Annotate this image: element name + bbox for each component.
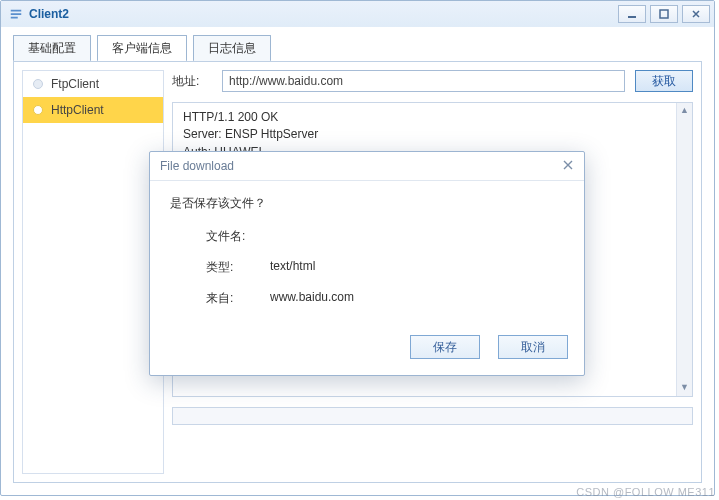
response-line: HTTP/1.1 200 OK	[183, 109, 682, 126]
address-row: 地址: 获取	[172, 70, 693, 92]
save-button[interactable]: 保存	[410, 335, 480, 359]
app-window: Client2 基础配置 客户端信息 日志信息 FtpClient HttpCl…	[0, 0, 715, 496]
tab-client-info[interactable]: 客户端信息	[97, 35, 187, 61]
dialog-filename-label: 文件名:	[170, 228, 270, 245]
dialog-title: File download	[160, 159, 234, 173]
client-list: FtpClient HttpClient	[22, 70, 164, 474]
tab-log-info[interactable]: 日志信息	[193, 35, 271, 61]
watermark: CSDN @FOLLOW ME311	[576, 486, 715, 498]
window-buttons	[614, 5, 710, 23]
app-icon	[9, 7, 23, 21]
tab-label: 日志信息	[208, 41, 256, 55]
dialog-body: 是否保存该文件？ 文件名: 类型: text/html 来自: www.baid…	[150, 181, 584, 329]
titlebar: Client2	[1, 1, 714, 27]
svg-rect-0	[628, 16, 636, 18]
dialog-question: 是否保存该文件？	[170, 195, 564, 212]
status-dot-icon	[33, 79, 43, 89]
tab-label: 基础配置	[28, 41, 76, 55]
close-icon	[562, 159, 574, 171]
response-line: Server: ENSP HttpServer	[183, 126, 682, 143]
fetch-button[interactable]: 获取	[635, 70, 693, 92]
status-dot-icon	[33, 105, 43, 115]
dialog-type-value: text/html	[270, 259, 315, 276]
dialog-close-button[interactable]	[562, 158, 574, 174]
maximize-button[interactable]	[650, 5, 678, 23]
dialog-from-label: 来自:	[170, 290, 270, 307]
sidebar-item-label: FtpClient	[51, 77, 99, 91]
scroll-track[interactable]	[677, 119, 692, 380]
close-button[interactable]	[682, 5, 710, 23]
sidebar-item-ftpclient[interactable]: FtpClient	[23, 71, 163, 97]
maximize-icon	[659, 9, 669, 19]
window-title: Client2	[29, 7, 614, 21]
svg-rect-1	[660, 10, 668, 18]
tab-basic-config[interactable]: 基础配置	[13, 35, 91, 61]
sidebar-item-httpclient[interactable]: HttpClient	[23, 97, 163, 123]
progress-bar	[172, 407, 693, 425]
dialog-type-label: 类型:	[170, 259, 270, 276]
cancel-button[interactable]: 取消	[498, 335, 568, 359]
dialog-from-value: www.baidu.com	[270, 290, 354, 307]
minimize-icon	[627, 9, 637, 19]
dialog-titlebar: File download	[150, 152, 584, 181]
minimize-button[interactable]	[618, 5, 646, 23]
address-label: 地址:	[172, 73, 212, 90]
scroll-down-icon[interactable]: ▼	[677, 380, 692, 396]
tab-label: 客户端信息	[112, 41, 172, 55]
scroll-up-icon[interactable]: ▲	[677, 103, 692, 119]
dialog-footer: 保存 取消	[150, 329, 584, 375]
sidebar-item-label: HttpClient	[51, 103, 104, 117]
file-download-dialog: File download 是否保存该文件？ 文件名: 类型: text/htm…	[149, 151, 585, 376]
response-scrollbar[interactable]: ▲ ▼	[676, 103, 692, 396]
address-input[interactable]	[222, 70, 625, 92]
close-icon	[691, 9, 701, 19]
tab-bar: 基础配置 客户端信息 日志信息	[1, 27, 714, 61]
